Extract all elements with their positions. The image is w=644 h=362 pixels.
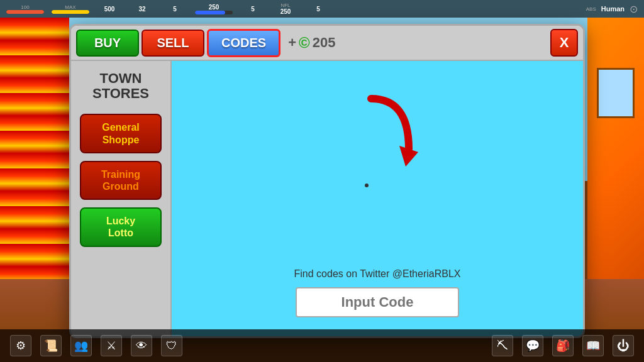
player-name: Human xyxy=(601,5,625,13)
training-ground-button[interactable]: TrainingGround xyxy=(80,161,162,200)
hud-500: 500 xyxy=(97,6,122,13)
general-shoppe-button[interactable]: GeneralShoppe xyxy=(80,114,162,153)
buy-tab-button[interactable]: BUY xyxy=(76,30,139,57)
combat-icon[interactable]: ⚔ xyxy=(101,335,122,356)
bottom-icons-left: ⚙ 📜 👥 ⚔ 👁 🛡 xyxy=(10,335,182,356)
hud-bar: 100 MAX 500 32 5 250 5 NFL 250 5 ABS Hum… xyxy=(0,0,644,18)
hud-menu-icon: ⊙ xyxy=(630,3,638,15)
hud-player-info: ABS Human ⊙ xyxy=(586,3,638,15)
bottom-icons-right: ⛏ 💬 🎒 📖 ⏻ xyxy=(492,335,634,356)
hud-32: 32 xyxy=(130,6,155,13)
chat-icon[interactable]: 💬 xyxy=(522,335,543,356)
dialog-sidebar: TOWN STORES GeneralShoppe TrainingGround… xyxy=(71,61,172,338)
twitter-hint-text: Find codes on Twitter @EtheriaRBLX xyxy=(294,268,461,280)
hud-5b: 5 xyxy=(240,6,265,13)
book-icon[interactable]: 📖 xyxy=(582,335,604,356)
currency-value: 205 xyxy=(313,35,336,51)
power-icon[interactable]: ⏻ xyxy=(613,335,634,356)
hud-nfl: NFL 250 xyxy=(273,3,298,15)
shield-icon[interactable]: 🛡 xyxy=(161,335,182,356)
hud-max: MAX xyxy=(52,4,89,14)
sidebar-title: TOWN STORES xyxy=(92,71,149,101)
arrow-decoration xyxy=(358,86,434,170)
code-input-field[interactable] xyxy=(296,287,459,317)
codes-tab-button[interactable]: CODES xyxy=(207,29,280,57)
lucky-lotto-button[interactable]: LuckyLotto xyxy=(80,207,162,246)
hud-5c: 5 xyxy=(306,6,331,13)
tools-icon[interactable]: ⛏ xyxy=(492,335,513,356)
hud-250a: 250 xyxy=(195,4,233,14)
backpack-icon[interactable]: 🎒 xyxy=(552,335,574,356)
cursor xyxy=(365,184,369,187)
eye-icon[interactable]: 👁 xyxy=(131,335,152,356)
sell-tab-button[interactable]: SELL xyxy=(142,30,204,57)
bottom-toolbar: ⚙ 📜 👥 ⚔ 👁 🛡 ⛏ 💬 🎒 📖 ⏻ xyxy=(0,329,644,362)
quest-icon[interactable]: 📜 xyxy=(40,335,62,356)
currency-icon: + xyxy=(288,35,296,51)
building-window xyxy=(597,68,635,118)
hud-5a: 5 xyxy=(162,6,187,13)
hud-hp: 100 xyxy=(6,4,44,14)
close-button[interactable]: X xyxy=(550,29,578,57)
dialog-window: BUY SELL CODES + © 205 X TOWN STORES Gen… xyxy=(69,24,585,338)
settings-icon[interactable]: ⚙ xyxy=(10,335,31,356)
dialog-topbar: BUY SELL CODES + © 205 X xyxy=(71,26,583,61)
coin-icon: © xyxy=(299,34,310,52)
currency-display: + © 205 xyxy=(288,34,335,52)
codes-content-area: Find codes on Twitter @EtheriaRBLX xyxy=(172,61,583,336)
party-icon[interactable]: 👥 xyxy=(70,335,92,356)
